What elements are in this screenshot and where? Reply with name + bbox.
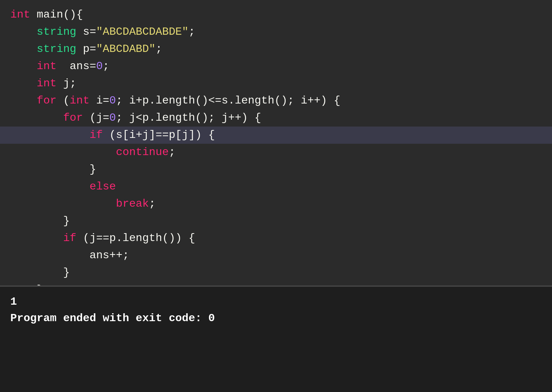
code-line-6: for (int i=0; i+p.length()<=s.length(); …	[0, 92, 552, 109]
code-line-2: string s="ABCDABCDABDE";	[0, 23, 552, 41]
code-line-17: }	[0, 281, 552, 285]
code-line-5: int j;	[0, 75, 552, 92]
code-line-12: break;	[0, 195, 552, 213]
code-editor: int main(){ string s="ABCDABCDABDE"; str…	[0, 0, 552, 285]
code-line-1: int main(){	[0, 6, 552, 23]
code-line-8: if (s[i+j]==p[j]) {	[0, 127, 552, 144]
code-line-13: }	[0, 213, 552, 230]
code-line-7: for (j=0; j<p.length(); j++) {	[0, 109, 552, 127]
code-line-15: ans++;	[0, 247, 552, 264]
code-line-11: else	[0, 178, 552, 195]
code-line-10: }	[0, 161, 552, 178]
terminal-output-line2: Program ended with exit code: 0	[10, 310, 542, 327]
code-line-16: }	[0, 264, 552, 281]
terminal-output-line1: 1	[10, 294, 542, 310]
terminal: 1 Program ended with exit code: 0	[0, 287, 552, 392]
code-line-4: int ans=0;	[0, 58, 552, 75]
code-line-3: string p="ABCDABD";	[0, 41, 552, 58]
code-line-14: if (j==p.length()) {	[0, 230, 552, 247]
code-line-9: continue;	[0, 144, 552, 161]
